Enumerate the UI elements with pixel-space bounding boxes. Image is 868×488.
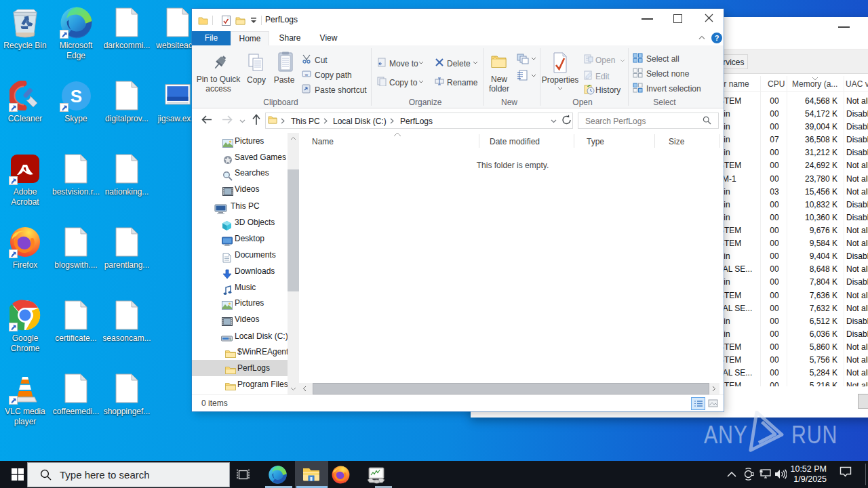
svg-text:S: S xyxy=(70,85,81,106)
svg-text:w: w xyxy=(304,73,309,77)
svg-text:?: ? xyxy=(715,34,719,42)
